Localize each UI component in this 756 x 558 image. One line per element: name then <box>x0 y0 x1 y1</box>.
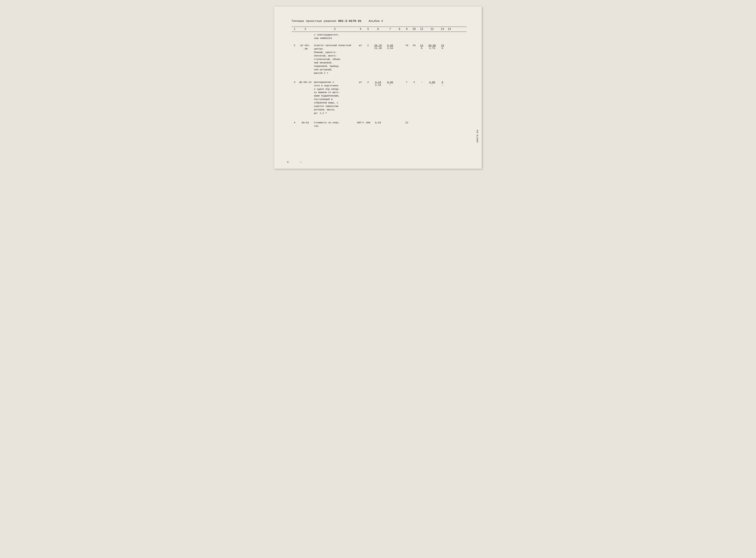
side-label: 2И879-04 <box>476 130 479 143</box>
col-header-4: 4 <box>356 28 364 31</box>
col-header-2: 2 <box>298 28 313 31</box>
col-header-14: I4 <box>446 28 452 31</box>
col-header-7: 7 <box>384 28 396 31</box>
row3-c12: 3,00 – <box>426 81 438 86</box>
col-header-9: 9 <box>403 28 410 31</box>
row4-c9: I2 <box>403 121 410 124</box>
table: 1 2 3 4 5 6 7 8 9 IO II I2 I3 I4 с элект… <box>292 27 467 129</box>
row2-desc: Агрегат насосный лопастной центро-бежный… <box>313 44 356 75</box>
row4-qty: 400 <box>364 121 372 124</box>
row3-c9: 7 <box>403 81 410 83</box>
row2-c13: 78 8 <box>438 44 446 50</box>
page: Типовые проектные решения 901-2-0170.91 … <box>274 6 482 169</box>
row2-c12: 39,00 3,79 <box>426 44 438 50</box>
row4-unit: КВТ/ч <box>356 121 364 124</box>
row2-code: Ц7-281--3М <box>298 44 313 51</box>
row3-c4: 2 <box>364 81 372 83</box>
row3-c13: 6 – <box>438 81 446 86</box>
row3-num: 3 <box>292 81 298 83</box>
row3-desc: Цнсоединение ксети и подготовкак сдаче п… <box>313 81 356 115</box>
table-row: 2 Ц7-281--3М Агрегат насосный лопастной … <box>292 41 467 76</box>
doc-number: 901-2-0170.91 <box>338 20 361 23</box>
row3-c6: 3,44 2,18 <box>372 81 384 86</box>
col-header-6: 6 <box>372 28 384 31</box>
row3-c10: 4 <box>410 81 418 83</box>
row2-c9: 79 <box>403 44 410 47</box>
col-header-10: IO <box>410 28 418 31</box>
row2-c7: 6,60 2,94 <box>384 44 396 50</box>
row2-c4: 2 <box>364 44 372 47</box>
col-header-8: 8 <box>396 28 403 31</box>
header-title: Типовые проектные решения 901-2-0170.91 … <box>292 20 467 23</box>
pre-row: с электродвигате-лем 4АМН3154 <box>292 32 467 41</box>
row2-c10: 43 <box>410 44 418 47</box>
row4-desc: Стоимость эл.энер-гии <box>313 121 356 128</box>
row4-code: 09–01 <box>298 121 313 124</box>
col-header-5: 5 <box>364 28 372 31</box>
row4-c5: 0,03 <box>372 121 384 124</box>
row3-code: Ц8-481-23 <box>298 81 313 83</box>
row2-c6: 39,70 21,30 <box>372 44 384 50</box>
row2-c11: I3 6 <box>418 44 426 50</box>
col-header-13: I3 <box>438 28 446 31</box>
row2-unit: шт <box>356 44 364 47</box>
row4-num: 4 <box>292 121 298 124</box>
table-row: 3 Ц8-481-23 Цнсоединение ксети и подгото… <box>292 76 467 117</box>
col-header-11: II <box>418 28 426 31</box>
col-header-12: I2 <box>426 28 438 31</box>
title-label: Типовые проектные решения <box>292 20 336 23</box>
column-headers: 1 2 3 4 5 6 7 8 9 IO II I2 I3 I4 <box>292 27 467 32</box>
row3-c11: – <box>418 81 426 83</box>
row3-unit: шт <box>356 81 364 83</box>
col-header-1: 1 <box>292 28 298 31</box>
table-row: 4 09–01 Стоимость эл.энер-гии КВТ/ч 400 … <box>292 117 467 129</box>
bottom-marks: ▼ • <box>287 161 301 163</box>
album-label: Альбом 4 <box>369 20 383 23</box>
col-header-3: 3 <box>313 28 356 31</box>
pre-row-desc: с электродвигате-лем 4АМН3154 <box>313 33 356 40</box>
row2-num: 2 <box>292 44 298 47</box>
row3-c7: 0,05 – <box>384 81 396 86</box>
